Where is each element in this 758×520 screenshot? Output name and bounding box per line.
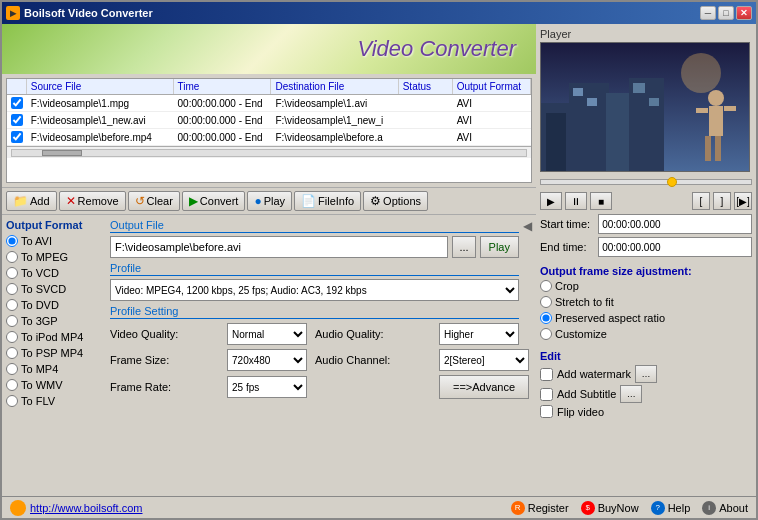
start-time-input[interactable] — [598, 214, 752, 234]
scrollbar-thumb[interactable] — [42, 150, 82, 156]
format-flv-label: To FLV — [21, 395, 55, 407]
pause-control-button[interactable]: ⏸ — [565, 192, 587, 210]
player-seekbar[interactable] — [540, 174, 752, 190]
about-label: About — [719, 502, 748, 514]
audio-channel-label: Audio Channel: — [315, 354, 431, 366]
format-dvd: To DVD — [6, 299, 106, 311]
panel-collapse-arrow[interactable]: ◀ — [523, 219, 532, 492]
seekbar-thumb[interactable] — [667, 177, 677, 187]
format-avi-label: To AVI — [21, 235, 52, 247]
output-play-button[interactable]: Play — [480, 236, 519, 258]
format-avi-radio[interactable] — [6, 235, 18, 247]
file-dest: F:\videosample\before.a — [271, 131, 398, 144]
output-file-title: Output File — [110, 219, 519, 233]
browse-button[interactable]: ... — [452, 236, 475, 258]
video-frame-svg — [541, 43, 750, 172]
format-dvd-radio[interactable] — [6, 299, 18, 311]
about-link[interactable]: i About — [702, 501, 748, 515]
format-mp4-label: To MP4 — [21, 363, 58, 375]
file-source: F:\videosample\before.mp4 — [27, 131, 174, 144]
format-vcd-radio[interactable] — [6, 267, 18, 279]
format-flv-radio[interactable] — [6, 395, 18, 407]
file-source: F:\videosample\1.mpg — [27, 97, 174, 110]
svg-rect-4 — [573, 88, 583, 96]
frame-crop: Crop — [540, 280, 752, 292]
output-frame-title: Output frame size ajustment: — [540, 265, 752, 277]
scrollbar-track[interactable] — [11, 149, 527, 157]
format-wmv-radio[interactable] — [6, 379, 18, 391]
file-row: F:\videosample\1.mpg 00:00:00.000 - End … — [7, 95, 531, 112]
format-psp-radio[interactable] — [6, 347, 18, 359]
frame-preserve-radio[interactable] — [540, 312, 552, 324]
settings-area: Output File ... Play Profile Video: MPEG… — [110, 219, 519, 492]
format-3gp-radio[interactable] — [6, 315, 18, 327]
format-svcd-radio[interactable] — [6, 283, 18, 295]
stop-control-button[interactable]: ■ — [590, 192, 612, 210]
file-row-checkbox[interactable] — [11, 97, 23, 109]
help-link[interactable]: ? Help — [651, 501, 691, 515]
add-button[interactable]: 📁 Add — [6, 191, 57, 211]
file-row: F:\videosample\1_new.avi 00:00:00.000 - … — [7, 112, 531, 129]
fileinfo-button[interactable]: 📄 FileInfo — [294, 191, 361, 211]
file-list-header: Source File Time Destination File Status… — [7, 79, 531, 95]
file-list-scrollbar[interactable] — [7, 146, 531, 158]
output-file-row: ... Play — [110, 236, 519, 258]
register-link[interactable]: R Register — [511, 501, 569, 515]
toolbar: 📁 Add ✕ Remove ↺ Clear ▶ Convert ● Pl — [2, 187, 536, 215]
remove-button[interactable]: ✕ Remove — [59, 191, 126, 211]
audio-channel-select[interactable]: 2[Stereo] 1[Mono] — [439, 349, 529, 371]
subtitle-checkbox[interactable] — [540, 388, 553, 401]
profile-select[interactable]: Video: MPEG4, 1200 kbps, 25 fps; Audio: … — [110, 279, 519, 301]
subtitle-settings-button[interactable]: … — [620, 385, 642, 403]
frame-crop-radio[interactable] — [540, 280, 552, 292]
file-time: 00:00:00.000 - End — [174, 97, 272, 110]
format-svcd-label: To SVCD — [21, 283, 66, 295]
frame-stretch-radio[interactable] — [540, 296, 552, 308]
format-mpeg-radio[interactable] — [6, 251, 18, 263]
mark-out-button[interactable]: ] — [713, 192, 731, 210]
mark-play-button[interactable]: [▶] — [734, 192, 752, 210]
clear-label: Clear — [147, 195, 173, 207]
boilsoft-logo-icon — [10, 500, 26, 516]
minimize-button[interactable]: ─ — [700, 6, 716, 20]
maximize-button[interactable]: □ — [718, 6, 734, 20]
buynow-link[interactable]: $ BuyNow — [581, 501, 639, 515]
clear-button[interactable]: ↺ Clear — [128, 191, 180, 211]
col-header-source: Source File — [27, 79, 174, 94]
advance-button[interactable]: ==>Advance — [439, 375, 529, 399]
website-link[interactable]: http://www.boilsoft.com — [30, 502, 143, 514]
audio-quality-select[interactable]: Higher Low Normal High Highest — [439, 323, 519, 345]
edit-watermark: Add watermark … — [540, 365, 752, 383]
play-label: Play — [264, 195, 285, 207]
output-file-input[interactable] — [110, 236, 448, 258]
about-icon: i — [702, 501, 716, 515]
file-row-checkbox[interactable] — [11, 131, 23, 143]
play-button[interactable]: ● Play — [247, 191, 292, 211]
file-status — [399, 102, 453, 104]
close-button[interactable]: ✕ — [736, 6, 752, 20]
frame-customize-radio[interactable] — [540, 328, 552, 340]
format-mp4-radio[interactable] — [6, 363, 18, 375]
convert-button[interactable]: ▶ Convert — [182, 191, 246, 211]
svg-rect-9 — [649, 98, 659, 106]
watermark-checkbox[interactable] — [540, 368, 553, 381]
play-control-button[interactable]: ▶ — [540, 192, 562, 210]
frame-stretch: Stretch to fit — [540, 296, 752, 308]
frame-crop-label: Crop — [555, 280, 579, 292]
end-time-input[interactable] — [598, 237, 752, 257]
format-ipod-radio[interactable] — [6, 331, 18, 343]
video-quality-select[interactable]: Normal Low High Highest — [227, 323, 307, 345]
output-file-section: Output File ... Play — [110, 219, 519, 258]
app-header-title: Video Converter — [357, 36, 516, 62]
remove-icon: ✕ — [66, 194, 76, 208]
format-mpeg: To MPEG — [6, 251, 106, 263]
file-dest: F:\videosample\1_new_i — [271, 114, 398, 127]
options-button[interactable]: ⚙ Options — [363, 191, 428, 211]
mark-in-button[interactable]: [ — [692, 192, 710, 210]
file-row-checkbox[interactable] — [11, 114, 23, 126]
seekbar-track[interactable] — [540, 179, 752, 185]
frame-size-select[interactable]: 720x480 320x240 640x480 1280x720 — [227, 349, 307, 371]
frame-rate-select[interactable]: 25 fps 15 fps 24 fps 30 fps — [227, 376, 307, 398]
flip-checkbox[interactable] — [540, 405, 553, 418]
watermark-settings-button[interactable]: … — [635, 365, 657, 383]
